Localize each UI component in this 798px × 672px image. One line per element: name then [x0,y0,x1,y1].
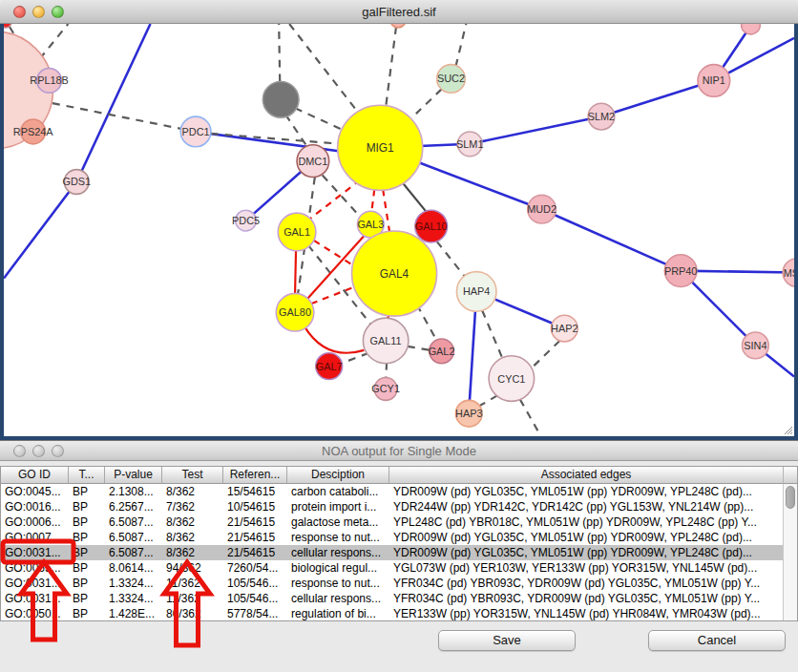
graph-node-GAL11[interactable]: GAL11 [363,318,409,364]
table-cell[interactable]: YDR009W (pd) YGL035C, YML051W (pp) YDR00… [389,530,783,545]
table-cell[interactable]: GO:0016... [1,499,69,514]
table-cell[interactable]: 8/362 [162,530,223,545]
table-cell[interactable]: YPL248C (pd) YBR018C, YML051W (pp) YDR00… [389,514,783,530]
cancel-button[interactable]: Cancel [648,630,786,651]
graph-edge-pp[interactable] [601,80,714,116]
network-canvas[interactable]: RPL18BRPS24AGDS1PDC1DMC1MIG1SUC2NIP1SLM2… [0,24,798,440]
table-row[interactable]: GO:0031...BP1.3324...11/362105/546...cel… [1,591,783,606]
table-cell[interactable]: YER133W (pp) YOR315W, YNL145W (pd) YHR08… [389,606,783,620]
table-cell[interactable]: 11/362 [162,591,223,606]
table-cell[interactable]: BP [69,545,105,560]
save-button[interactable]: Save [438,630,576,651]
graph-edge-pd[interactable] [479,395,497,406]
column-header-go-id[interactable]: GO ID [1,467,69,483]
table-cell[interactable]: YFR034C (pd) YBR093C, YDR009W (pd) YGL03… [389,576,783,591]
table-cell[interactable]: GO:0031... [1,576,69,591]
column-header-desciption[interactable]: Desciption [287,467,389,483]
table-cell[interactable]: BP [69,530,105,545]
graph-edge-pd[interactable] [530,341,560,370]
graph-node-unlabeled[interactable] [742,24,761,34]
graph-edge-rs[interactable] [304,326,364,353]
graph-edge-pd[interactable] [285,115,307,147]
scrollbar-thumb[interactable] [786,486,795,509]
table-cell[interactable]: 6.5087... [105,514,162,530]
table-cell[interactable]: BP [69,499,105,514]
graph-edge-pd[interactable] [342,353,369,364]
graph-node-MUD2[interactable]: MUD2 [527,195,556,223]
graph-node-GAL80[interactable]: GAL80 [276,293,314,331]
table-cell[interactable]: 105/546... [223,576,287,591]
table-cell[interactable]: 1.3324... [105,591,162,606]
table-cell[interactable]: regulation of bi... [287,606,389,620]
table-cell[interactable]: 8/362 [162,484,223,499]
column-header-referen-[interactable]: Referen... [223,467,287,483]
table-cell[interactable]: 6.2567... [105,499,162,514]
graph-node-unlabeled[interactable] [390,24,406,28]
table-cell[interactable]: 8/362 [162,545,223,560]
table-cell[interactable]: YDR009W (pd) YGL035C, YML051W (pp) YDR00… [389,484,783,499]
graph-edge-pd[interactable] [455,24,466,67]
graph-node-SLM2[interactable]: SLM2 [588,103,615,130]
table-cell[interactable]: GO:0031... [1,591,69,606]
graph-node-HAP3[interactable]: HAP3 [455,400,482,427]
table-cell[interactable]: 6.5087... [105,545,162,560]
table-row[interactable]: GO:0065...BP8.0614...94/3627260/54...bio… [1,560,783,576]
column-header-associated-edges[interactable]: Associated edges [389,467,783,483]
graph-edge-pd[interactable] [289,24,365,121]
table-cell[interactable]: 6.5087... [105,530,162,545]
column-header-test[interactable]: Test [162,467,223,483]
graph-node-SUC2[interactable]: SUC2 [437,65,466,94]
graph-node-PDC1[interactable]: PDC1 [180,116,211,147]
graph-node-GCY1[interactable]: GCY1 [371,378,400,401]
graph-edge-pd[interactable] [408,346,430,350]
table-cell[interactable]: 8/362 [162,514,223,530]
graph-edge-pd[interactable] [416,89,442,114]
graph-edge-pd[interactable] [386,27,396,107]
table-cell[interactable]: response to nut... [287,530,389,545]
table-cell[interactable]: galactose meta... [287,514,389,530]
graph-node-GAL2[interactable]: GAL2 [429,339,455,364]
table-row[interactable]: GO:0006...BP6.5087...8/36221/54615galact… [1,514,783,530]
table-cell[interactable]: biological regul... [287,560,389,576]
table-cell[interactable]: BP [69,576,105,591]
table-cell[interactable]: carbon cataboli... [287,484,389,499]
table-cell[interactable]: 5778/54... [223,606,287,620]
table-cell[interactable]: YGL073W (pd) YER103W, YER133W (pp) YOR31… [389,560,783,576]
table-cell[interactable]: BP [69,560,105,576]
graph-edge-pd[interactable] [40,24,69,59]
graph-node-GAL4[interactable]: GAL4 [351,231,436,316]
table-cell[interactable]: 2.1308... [105,484,162,499]
graph-node-HAP4[interactable]: HAP4 [456,272,496,312]
table-cell[interactable]: GO:0007... [1,530,69,545]
table-cell[interactable]: 7/362 [162,499,223,514]
network-graph[interactable]: RPL18BRPS24AGDS1PDC1DMC1MIG1SUC2NIP1SLM2… [4,24,794,436]
table-cell[interactable]: protein import i... [287,499,389,514]
graph-node-GAL7[interactable]: GAL7 [316,353,343,380]
table-cell[interactable]: 11/362 [162,576,223,591]
column-header-t-[interactable]: T... [69,467,105,483]
table-row[interactable]: GO:0031...BP6.5087...8/36221/54615cellul… [1,545,783,560]
table-row[interactable]: GO:0050...BP1.428E...80/3625778/54...reg… [1,606,783,620]
table-cell[interactable]: YDR009W (pd) YGL035C, YML051W (pp) YDR00… [389,545,783,560]
table-cell[interactable]: 21/54615 [223,514,287,530]
graph-edge-rs[interactable] [295,250,296,295]
graph-edge-rd[interactable] [371,189,374,212]
graph-edge-pd[interactable] [279,24,280,81]
vertical-scrollbar[interactable] [783,467,797,620]
graph-edge-pp[interactable] [4,181,76,278]
graph-edge-pp[interactable] [76,24,150,181]
table-cell[interactable]: response to nut... [287,576,389,591]
graph-node-HAP2[interactable]: HAP2 [551,315,578,342]
table-cell[interactable]: 21/54615 [223,530,287,545]
graph-edge-pp[interactable] [681,271,794,273]
table-cell[interactable]: 8.0614... [105,560,162,576]
graph-node-MIG1[interactable]: MIG1 [338,105,423,190]
noa-window-titlebar[interactable]: NOA output for Single Mode [0,441,798,461]
table-cell[interactable]: 10/54615 [223,499,287,514]
graph-node-MSL5[interactable]: MSL5 [783,259,794,287]
graph-node-GDS1[interactable]: GDS1 [62,170,91,195]
graph-edge-pp[interactable] [542,209,682,270]
graph-node-CYC1[interactable]: CYC1 [489,356,535,402]
table-cell[interactable]: GO:0050... [1,606,69,620]
table-cell[interactable]: 15/54615 [223,484,287,499]
